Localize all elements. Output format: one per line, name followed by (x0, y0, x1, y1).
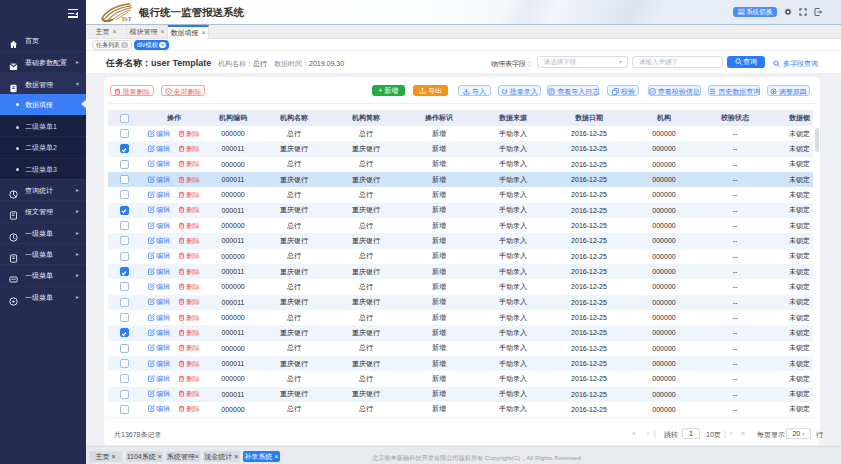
svg-text:IST: IST (122, 16, 132, 22)
